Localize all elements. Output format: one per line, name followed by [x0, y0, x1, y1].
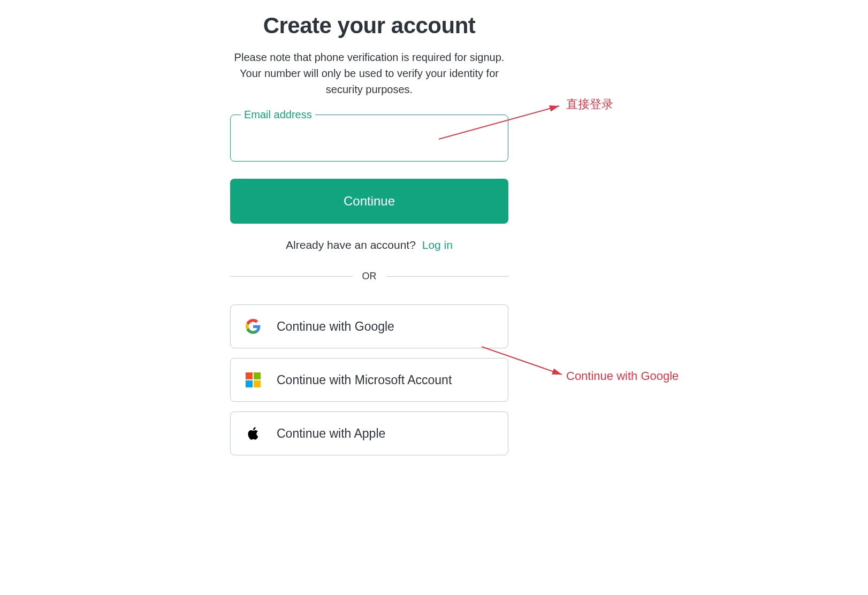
apple-icon — [246, 426, 261, 441]
microsoft-icon — [246, 372, 261, 387]
google-login-button[interactable]: Continue with Google — [230, 304, 508, 348]
divider-right — [386, 276, 509, 277]
microsoft-login-label: Continue with Microsoft Account — [277, 373, 452, 387]
divider-label: OR — [362, 271, 377, 282]
google-login-label: Continue with Google — [277, 319, 394, 334]
annotation-1: 直接登录 — [566, 96, 613, 112]
divider-left — [230, 276, 353, 277]
divider-row: OR — [230, 271, 508, 282]
annotation-2: Continue with Google — [566, 369, 679, 383]
apple-login-button[interactable]: Continue with Apple — [230, 411, 508, 455]
continue-button[interactable]: Continue — [230, 179, 508, 224]
email-field-wrap: Email address — [230, 115, 508, 162]
page-title: Create your account — [230, 13, 508, 39]
email-label: Email address — [241, 109, 315, 121]
login-link[interactable]: Log in — [422, 239, 453, 251]
apple-login-label: Continue with Apple — [277, 426, 385, 441]
login-prompt-line: Already have an account? Log in — [230, 239, 508, 251]
microsoft-login-button[interactable]: Continue with Microsoft Account — [230, 358, 508, 402]
google-icon — [246, 319, 261, 334]
login-prompt-text: Already have an account? — [286, 239, 416, 251]
page-subtitle: Please note that phone verification is r… — [230, 49, 508, 97]
email-input[interactable] — [230, 115, 508, 162]
